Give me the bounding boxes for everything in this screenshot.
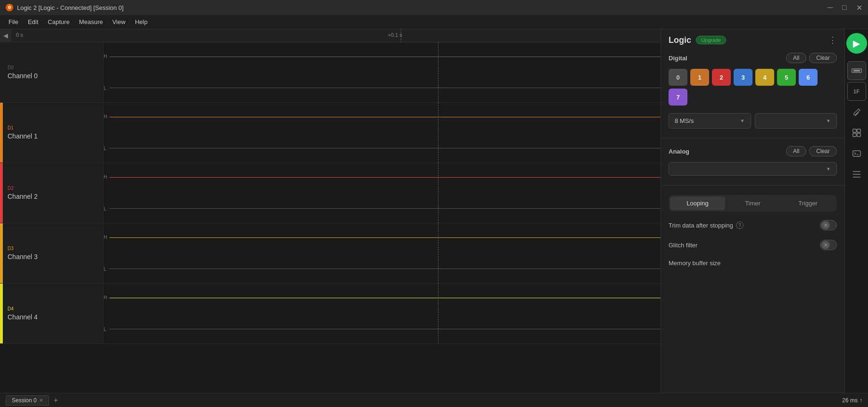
menu-capture[interactable]: Capture <box>43 16 74 27</box>
ruler-time-start: 0 s <box>16 32 23 38</box>
add-session-button[interactable]: + <box>51 395 61 406</box>
session-close-icon[interactable]: × <box>40 397 43 404</box>
digital-ch6-button[interactable]: 6 <box>799 69 818 86</box>
trim-data-toggle-knob: ✕ <box>821 221 830 229</box>
ruler-time-mid: +0.1 s <box>388 32 402 38</box>
channel-2-name: Channel 2 <box>8 193 96 200</box>
channel-1-h-label: H <box>104 114 107 119</box>
digital-all-button[interactable]: All <box>786 53 806 63</box>
digital-ch3-button[interactable]: 3 <box>734 69 752 86</box>
trim-data-row: Trim data after stopping ? ✕ <box>661 215 844 235</box>
channel-4-h-label: H <box>104 295 107 300</box>
annotate-icon[interactable] <box>847 103 866 122</box>
menu-help[interactable]: Help <box>130 16 152 27</box>
channel-3-indicator <box>0 223 3 283</box>
analog-section-buttons: All Clear <box>786 146 837 156</box>
maximize-button[interactable]: □ <box>842 3 847 12</box>
svg-rect-2 <box>854 112 858 116</box>
digital-ch0-button[interactable]: 0 <box>669 69 687 86</box>
ruler-content: 0 s +0.1 s <box>11 29 661 42</box>
channel-0-indicator <box>0 42 3 102</box>
titlebar-left: ⚙ Logic 2 [Logic - Connected] [Session 0… <box>6 4 124 11</box>
channel-1-indicator <box>0 103 3 163</box>
channel-2-id: D2 <box>8 186 96 191</box>
menu-icon[interactable] <box>847 165 866 184</box>
digital-ch4-button[interactable]: 4 <box>755 69 774 86</box>
channel-2-l-label: L <box>104 206 107 212</box>
channel-1-name: Channel 1 <box>8 132 96 140</box>
bottom-bar: Session 0 × + 26 ms ↑ <box>0 393 868 407</box>
channel-3-waveform[interactable]: H L <box>104 223 661 283</box>
channel-0-waveform[interactable]: H L <box>104 42 661 102</box>
panel-header: Logic Upgrade ⋮ <box>661 29 844 49</box>
divider-2 <box>661 185 844 186</box>
menu-file[interactable]: File <box>4 16 23 27</box>
digital-section-header: Digital All Clear <box>661 49 844 67</box>
menu-edit[interactable]: Edit <box>23 16 43 27</box>
main-area: ◀ 0 s +0.1 s D0 Channel 0 H L <box>0 29 868 393</box>
time-ruler: ◀ 0 s +0.1 s <box>0 29 661 42</box>
collapse-button[interactable]: ◀ <box>0 29 11 42</box>
right-panel: Logic Upgrade ⋮ Digital All Clear 0 1 2 … <box>661 29 844 393</box>
channel-0-name: Channel 0 <box>8 72 96 80</box>
panel-title: Logic <box>669 35 691 45</box>
digital-channel-buttons: 0 1 2 3 4 5 6 7 <box>661 67 844 111</box>
channel-1-h-line <box>109 117 661 117</box>
channel-1-l-label: L <box>104 146 107 151</box>
cursor-line <box>438 42 438 102</box>
tab-looping[interactable]: Looping <box>670 196 725 210</box>
glitch-filter-toggle[interactable]: ✕ <box>820 240 837 250</box>
channel-4-label: D4 Channel 4 <box>0 284 104 343</box>
channel-1-waveform[interactable]: H L <box>104 103 661 163</box>
channel-1-label: D1 Channel 1 <box>0 103 104 163</box>
channel-count-dropdown[interactable]: ▼ <box>755 113 837 129</box>
upgrade-badge[interactable]: Upgrade <box>696 36 726 44</box>
menu-view[interactable]: View <box>107 16 130 27</box>
digital-clear-button[interactable]: Clear <box>809 53 837 63</box>
channel-2-h-label: H <box>104 174 107 179</box>
menu-measure[interactable]: Measure <box>74 16 108 27</box>
digital-ch5-button[interactable]: 5 <box>777 69 796 86</box>
channel-4-indicator <box>0 284 3 343</box>
frame-counter-icon[interactable]: 1F <box>847 82 866 101</box>
app-logo: ⚙ <box>6 4 13 11</box>
channel-2-label: D2 Channel 2 <box>0 163 104 223</box>
minimize-button[interactable]: ─ <box>827 3 833 12</box>
extensions-icon[interactable] <box>847 123 866 142</box>
analog-section-header: Analog All Clear <box>661 142 844 160</box>
time-arrow-icon[interactable]: ↑ <box>860 397 862 404</box>
svg-rect-1 <box>853 70 860 72</box>
svg-rect-8 <box>853 151 860 156</box>
analog-all-button[interactable]: All <box>786 146 806 156</box>
digital-ch7-button[interactable]: 7 <box>669 89 687 106</box>
glitch-filter-toggle-knob: ✕ <box>821 241 830 249</box>
close-button[interactable]: ✕ <box>856 3 862 12</box>
terminal-icon[interactable] <box>847 144 866 163</box>
digital-ch2-button[interactable]: 2 <box>712 69 731 86</box>
channel-4-waveform[interactable]: H L <box>104 284 661 343</box>
channel-2-waveform[interactable]: H L <box>104 163 661 223</box>
channel-4-h-line <box>109 298 661 298</box>
capture-mode-icon[interactable] <box>847 61 866 80</box>
play-button[interactable]: ▶ <box>846 33 867 54</box>
panel-menu-button[interactable]: ⋮ <box>828 35 837 45</box>
tab-trigger[interactable]: Trigger <box>780 196 835 210</box>
trim-data-help-icon[interactable]: ? <box>736 221 744 229</box>
channel-4-id: D4 <box>8 306 96 311</box>
menubar: File Edit Capture Measure View Help <box>0 15 868 29</box>
channel-3-label: D3 Channel 3 <box>0 223 104 283</box>
analog-clear-button[interactable]: Clear <box>809 146 837 156</box>
analog-channel-dropdown[interactable]: ▼ <box>669 162 837 176</box>
trim-data-toggle[interactable]: ✕ <box>820 220 837 230</box>
session-0-tab[interactable]: Session 0 × <box>6 395 49 406</box>
tab-timer[interactable]: Timer <box>725 196 780 210</box>
channel-3-h-line <box>109 237 661 238</box>
channel-0-h-line <box>109 57 661 57</box>
analog-arrow-icon: ▼ <box>826 166 831 171</box>
glitch-filter-label-row: Glitch filter <box>669 242 697 249</box>
channel-0-l-line <box>109 88 661 88</box>
channel-row: D3 Channel 3 H L <box>0 223 661 284</box>
panel-title-row: Logic Upgrade <box>669 35 726 45</box>
sample-rate-dropdown[interactable]: 8 MS/s ▼ <box>669 113 751 129</box>
digital-ch1-button[interactable]: 1 <box>690 69 709 86</box>
